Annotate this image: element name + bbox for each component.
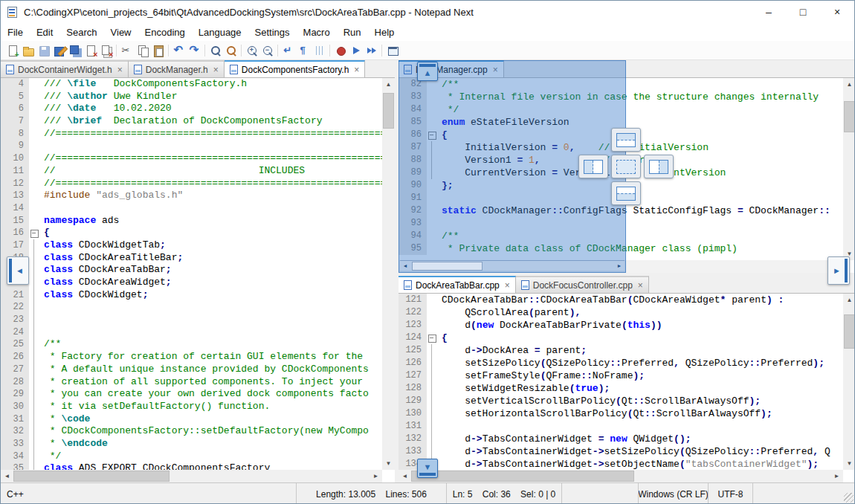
- toolbar-separator: [166, 44, 171, 57]
- line-number: 5: [1, 91, 29, 103]
- code-text: class CDockWidget;: [40, 289, 148, 302]
- tab-DockManager.h[interactable]: DockManager.h×: [129, 60, 225, 77]
- close-tab-icon[interactable]: ×: [117, 65, 123, 74]
- show-all-characters-button[interactable]: [296, 42, 312, 59]
- zoom-in-button[interactable]: [244, 42, 259, 59]
- drop-edge-right-icon[interactable]: [827, 256, 850, 285]
- drop-indicator-bottom-icon[interactable]: [611, 181, 641, 205]
- scrollbar-thumb[interactable]: [844, 101, 855, 132]
- code-text: */: [40, 450, 61, 463]
- code-text: //======================================…: [40, 128, 382, 140]
- line-number: 15: [1, 215, 29, 227]
- menu-search[interactable]: Search: [59, 23, 103, 41]
- close-button[interactable]: [83, 42, 98, 59]
- open-file-button[interactable]: [20, 42, 36, 59]
- fold-marker-icon[interactable]: [427, 332, 438, 344]
- scroll-right-icon[interactable]: [370, 470, 382, 482]
- code-text: d->DockArea = parent;: [438, 344, 587, 357]
- drop-indicator-left-icon[interactable]: [578, 155, 608, 178]
- copy-button[interactable]: [135, 42, 150, 59]
- menu-file[interactable]: File: [1, 23, 30, 41]
- maximize-button[interactable]: □: [786, 1, 820, 23]
- line-number: 22: [1, 301, 29, 314]
- resize-grip-icon[interactable]: [844, 493, 854, 503]
- save-button[interactable]: [36, 42, 51, 59]
- scroll-left-icon[interactable]: [399, 470, 411, 482]
- code-line: 123 d(new DockAreaTabBarPrivate(this)): [399, 319, 843, 332]
- scrollbar-thumb[interactable]: [13, 471, 170, 482]
- titlebar[interactable]: C:\CodingXP\cetoni_projects_64bit\QtAdva…: [1, 1, 854, 23]
- h-scrollbar[interactable]: [399, 470, 843, 482]
- code-line: 17class CDockWidgetTab;: [1, 239, 382, 252]
- close-tab-icon[interactable]: ×: [505, 281, 510, 290]
- tab-DockComponentsFactory.h[interactable]: DockComponentsFactory.h×: [225, 60, 366, 77]
- menu-encoding[interactable]: Encoding: [138, 23, 192, 41]
- menu-edit[interactable]: Edit: [30, 23, 59, 41]
- menu-run[interactable]: Run: [337, 23, 368, 41]
- scroll-down-icon[interactable]: [382, 457, 395, 470]
- tab-DockAreaTabBar.cpp[interactable]: DockAreaTabBar.cpp×: [399, 276, 516, 293]
- paste-button[interactable]: [150, 42, 166, 59]
- menu-view[interactable]: View: [104, 23, 138, 41]
- new-file-button[interactable]: [4, 42, 20, 59]
- menu-settings[interactable]: Settings: [248, 23, 297, 41]
- save-all-button[interactable]: [67, 42, 83, 59]
- macro-play-button[interactable]: [348, 42, 364, 59]
- find-button[interactable]: [207, 42, 223, 59]
- zoom-out-button[interactable]: [259, 42, 275, 59]
- code-line: 128 setWidgetResizable(true);: [399, 382, 843, 395]
- cut-button[interactable]: [119, 42, 135, 59]
- close-tab-icon[interactable]: ×: [638, 281, 643, 290]
- status-eol-format: Windows (CR LF): [639, 483, 709, 504]
- indent-guide-button[interactable]: [312, 42, 327, 59]
- macro-run-multiple-button[interactable]: [364, 42, 379, 59]
- scrollbar-thumb[interactable]: [383, 93, 394, 129]
- drop-indicator-center-icon[interactable]: [611, 155, 641, 178]
- drop-edge-bottom-icon[interactable]: [417, 459, 438, 478]
- redo-button[interactable]: [187, 42, 202, 59]
- minimize-button[interactable]: –: [752, 1, 786, 23]
- scrollbar-thumb[interactable]: [844, 314, 855, 349]
- h-scrollbar[interactable]: [1, 470, 382, 482]
- replace-button[interactable]: [223, 42, 239, 59]
- line-number: 35: [1, 462, 29, 470]
- close-tab-icon[interactable]: ×: [354, 65, 359, 74]
- menu-help[interactable]: Help: [368, 23, 401, 41]
- close-all-button[interactable]: [98, 42, 114, 59]
- code-editor-left[interactable]: 4/// \file DockComponentsFactory.h5/// \…: [1, 78, 382, 470]
- v-scrollbar[interactable]: [843, 78, 855, 260]
- menu-macro[interactable]: Macro: [297, 23, 337, 41]
- code-text: class ADS_EXPORT CDockComponentsFactory: [40, 462, 270, 470]
- scroll-down-icon[interactable]: [843, 457, 855, 470]
- line-number: 130: [399, 407, 427, 420]
- menu-language[interactable]: Language: [192, 23, 248, 41]
- macro-record-button[interactable]: [332, 42, 348, 59]
- code-line: 4/// \file DockComponentsFactory.h: [1, 78, 382, 91]
- code-editor-bottom-right[interactable]: 121CDockAreaTabBar::CDockAreaTabBar(CDoc…: [399, 294, 843, 470]
- close-button[interactable]: ×: [820, 1, 854, 23]
- close-tab-icon[interactable]: ×: [213, 65, 219, 74]
- tab-label: DockComponentsFactory.h: [242, 65, 349, 75]
- fold-margin: [29, 364, 40, 376]
- drop-indicator-top-icon[interactable]: [611, 128, 641, 152]
- scroll-up-icon[interactable]: [382, 78, 395, 91]
- drop-edge-left-icon[interactable]: [7, 256, 29, 285]
- drop-edge-top-icon[interactable]: [417, 62, 438, 81]
- v-scrollbar[interactable]: [843, 294, 855, 470]
- save-copy-button[interactable]: [51, 42, 67, 59]
- monitor-button[interactable]: [384, 42, 400, 59]
- line-number: 17: [1, 239, 29, 252]
- undo-button[interactable]: [171, 42, 187, 59]
- v-scrollbar[interactable]: [382, 78, 395, 470]
- scroll-left-icon[interactable]: [1, 470, 13, 482]
- scroll-right-icon[interactable]: [830, 470, 843, 482]
- tab-DockContainerWidget.h[interactable]: DockContainerWidget.h×: [1, 60, 129, 77]
- scrollbar-thumb[interactable]: [411, 471, 634, 482]
- fold-marker-icon[interactable]: [29, 227, 40, 239]
- drop-indicator-right-icon[interactable]: [644, 155, 674, 178]
- scroll-up-icon[interactable]: [843, 294, 855, 306]
- word-wrap-button[interactable]: [280, 42, 296, 59]
- scroll-up-icon[interactable]: [843, 78, 855, 91]
- tab-DockFocusController.cpp[interactable]: DockFocusController.cpp×: [516, 276, 649, 293]
- copy-icon: [137, 45, 149, 56]
